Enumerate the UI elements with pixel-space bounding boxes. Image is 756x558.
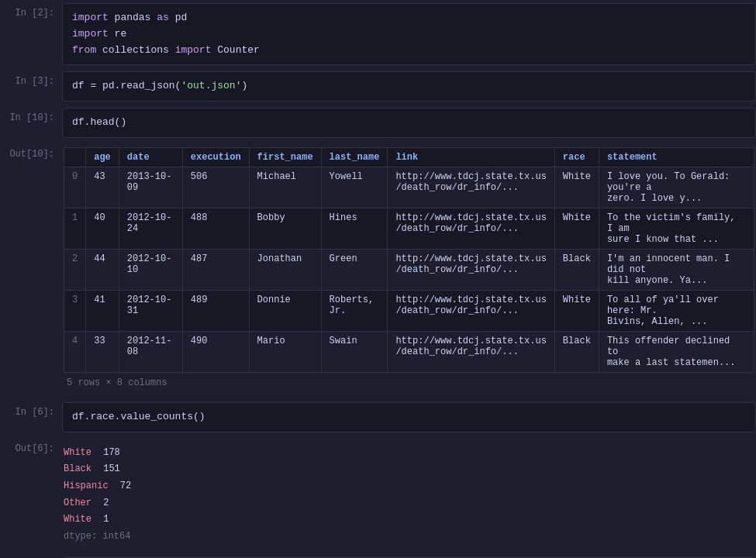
row-race: White <box>554 208 599 249</box>
row-statement: To all of ya'll over here: Mr.Bivins, Al… <box>599 290 754 331</box>
cell-label-in6: In [6]: <box>0 402 62 432</box>
cell-label-in10: In [10]: <box>0 108 62 138</box>
row-race: Black <box>554 331 599 372</box>
col-header-statement: statement <box>599 147 754 167</box>
row-age: 43 <box>86 167 119 208</box>
col-header-first-name: first_name <box>249 147 321 167</box>
row-statement: This offender declined tomake a last sta… <box>599 331 754 372</box>
value-counts-output: White 178 Black 151 Hispanic 72 Other 2 … <box>64 442 754 549</box>
row-date: 2013-10-09 <box>119 167 182 208</box>
code-line: df = pd.read_json('out.json') <box>72 78 746 95</box>
cell-output-out10: age date execution first_name last_name … <box>62 144 756 396</box>
row-first-name: Bobby <box>249 208 321 249</box>
row-statement: To the victim's family, I amsure I know … <box>599 208 754 249</box>
code-line: import re <box>72 26 746 43</box>
vc-row: Hispanic 72 <box>64 478 754 495</box>
dataframe-wrapper: age date execution first_name last_name … <box>64 147 754 373</box>
cell-in3: In [3]: df = pd.read_json('out.json') <box>0 68 756 105</box>
vc-dtype: dtype: int64 <box>64 529 754 546</box>
row-link: http://www.tdcj.state.tx.us/death_row/dr… <box>388 208 554 249</box>
vc-row: Other 2 <box>64 495 754 512</box>
col-header-age: age <box>86 147 119 167</box>
row-last-name: Green <box>321 249 388 290</box>
row-date: 2012-11-08 <box>119 331 182 372</box>
col-header-date: date <box>119 147 182 167</box>
col-header-last-name: last_name <box>321 147 388 167</box>
cell-out6: Out[6]: White 178 Black 151 Hispanic 72 … <box>0 436 756 555</box>
row-date: 2012-10-10 <box>119 249 182 290</box>
row-first-name: Jonathan <box>249 249 321 290</box>
code-line: df.head() <box>72 115 746 131</box>
code-line: from collections import Counter <box>72 43 746 59</box>
row-statement: I'm an innocent man. I did notkill anyon… <box>599 249 754 290</box>
row-first-name: Michael <box>249 167 321 208</box>
row-execution: 490 <box>182 331 249 372</box>
col-header-idx <box>64 147 86 167</box>
cell-label-out10: Out[10]: <box>0 144 62 396</box>
row-statement: I love you. To Gerald: you're azero. I l… <box>599 167 754 208</box>
dataframe-table: age date execution first_name last_name … <box>64 147 754 373</box>
table-row: 2 44 2012-10-10 487 Jonathan Green http:… <box>64 249 754 290</box>
cell-out10: Out[10]: age date execution first_name l… <box>0 141 756 399</box>
row-date: 2012-10-31 <box>119 290 182 331</box>
col-header-link: link <box>388 147 554 167</box>
row-first-name: Mario <box>249 331 321 372</box>
col-header-race: race <box>554 147 599 167</box>
cell-label-in2: In [2]: <box>0 3 62 65</box>
row-last-name: Swain <box>321 331 388 372</box>
row-age: 33 <box>86 331 119 372</box>
cell-label-out6: Out[6]: <box>0 439 62 552</box>
cell-in169: In [169]: df['words'] = [re.split("\W+\'… <box>0 554 756 558</box>
vc-row: White 1 <box>64 512 754 529</box>
vc-row: White 178 <box>64 445 754 462</box>
notebook: In [2]: import pandas as pd import re fr… <box>0 0 756 558</box>
table-row: 1 40 2012-10-24 488 Bobby Hines http://w… <box>64 208 754 249</box>
row-idx: 0 <box>64 167 86 208</box>
cell-code-in3[interactable]: df = pd.read_json('out.json') <box>62 71 756 102</box>
table-row: 4 33 2012-11-08 490 Mario Swain http://w… <box>64 331 754 372</box>
row-idx: 2 <box>64 249 86 290</box>
row-execution: 488 <box>182 208 249 249</box>
row-execution: 489 <box>182 290 249 331</box>
row-idx: 3 <box>64 290 86 331</box>
row-execution: 487 <box>182 249 249 290</box>
code-line: df.race.value_counts() <box>72 409 746 425</box>
row-age: 41 <box>86 290 119 331</box>
table-row: 0 43 2013-10-09 506 Michael Yowell http:… <box>64 167 754 208</box>
cell-in10: In [10]: df.head() <box>0 105 756 141</box>
cell-in2: In [2]: import pandas as pd import re fr… <box>0 0 756 68</box>
row-link: http://www.tdcj.state.tx.us/death_row/dr… <box>388 290 554 331</box>
col-header-execution: execution <box>182 147 249 167</box>
cell-code-in10[interactable]: df.head() <box>62 108 756 138</box>
cell-output-out6: White 178 Black 151 Hispanic 72 Other 2 … <box>62 439 756 552</box>
row-race: White <box>554 167 599 208</box>
row-idx: 4 <box>64 331 86 372</box>
row-link: http://www.tdcj.state.tx.us/death_row/dr… <box>388 331 554 372</box>
cell-label-in3: In [3]: <box>0 71 62 102</box>
row-idx: 1 <box>64 208 86 249</box>
row-link: http://www.tdcj.state.tx.us/death_row/dr… <box>388 249 554 290</box>
rows-info: 5 rows × 8 columns <box>64 373 754 393</box>
row-first-name: Donnie <box>249 290 321 331</box>
cell-code-in2[interactable]: import pandas as pd import re from colle… <box>62 3 756 65</box>
row-link: http://www.tdcj.state.tx.us/death_row/dr… <box>388 167 554 208</box>
cell-in6: In [6]: df.race.value_counts() <box>0 399 756 436</box>
row-race: Black <box>554 249 599 290</box>
table-row: 3 41 2012-10-31 489 Donnie Roberts,Jr. h… <box>64 290 754 331</box>
code-line: import pandas as pd <box>72 10 746 26</box>
row-race: White <box>554 290 599 331</box>
row-last-name: Hines <box>321 208 388 249</box>
cell-code-in6[interactable]: df.race.value_counts() <box>62 402 756 432</box>
row-execution: 506 <box>182 167 249 208</box>
row-age: 40 <box>86 208 119 249</box>
row-last-name: Roberts,Jr. <box>321 290 388 331</box>
row-date: 2012-10-24 <box>119 208 182 249</box>
row-last-name: Yowell <box>321 167 388 208</box>
vc-row: Black 151 <box>64 461 754 478</box>
row-age: 44 <box>86 249 119 290</box>
